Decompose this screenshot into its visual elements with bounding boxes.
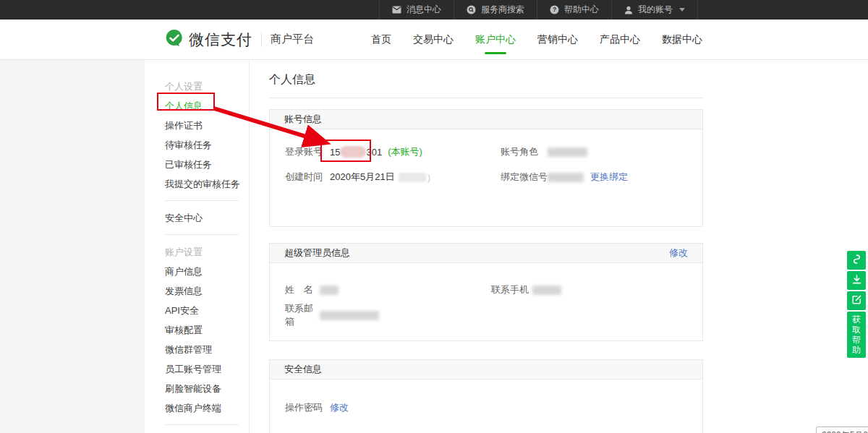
sidebar-item-wechat-merchant-terminal[interactable]: 微信商户终端 bbox=[165, 398, 249, 418]
main-nav: 首页 交易中心 账户中心 营销中心 产品中心 数据中心 bbox=[367, 20, 707, 59]
security-info-card-title: 安全信息 bbox=[284, 360, 322, 379]
hotline-button[interactable] bbox=[847, 251, 866, 270]
sidebar-item-api-security[interactable]: API安全 bbox=[165, 301, 249, 320]
super-admin-card-title: 超级管理员信息 bbox=[284, 244, 350, 262]
floating-help-panel: 获取帮助 bbox=[847, 251, 866, 358]
brand[interactable]: 微信支付 商户平台 bbox=[165, 20, 314, 59]
login-account-value: 15 301 (本账号) bbox=[330, 145, 422, 158]
date-tooltip: 2020年5月22日 bbox=[816, 426, 868, 433]
brand-divider bbox=[261, 33, 262, 47]
sidebar-item-staff-account-management[interactable]: 员工账号管理 bbox=[165, 359, 249, 379]
topbar: 消息中心 服务商搜索 ? 帮助中心 我的账号 bbox=[0, 0, 868, 20]
mail-icon bbox=[392, 6, 401, 14]
sidebar-item-merchant-info[interactable]: 商户信息 bbox=[165, 262, 249, 281]
sidebar-divider bbox=[165, 234, 239, 235]
sidebar-item-wechat-group-management[interactable]: 微信群管理 bbox=[165, 340, 249, 359]
account-role-redacted bbox=[548, 147, 587, 157]
sidebar-item-invoice-info[interactable]: 发票信息 bbox=[165, 281, 249, 301]
sidebar-divider bbox=[165, 200, 239, 201]
sidebar-item-operation-certificate[interactable]: 操作证书 bbox=[165, 116, 249, 135]
super-admin-card-header: 超级管理员信息 修改 bbox=[270, 244, 702, 263]
account-info-card-header: 账号信息 bbox=[270, 110, 702, 129]
operation-password-label: 操作密码 bbox=[285, 401, 330, 414]
admin-name-label: 姓 名 bbox=[285, 283, 320, 296]
change-binding-link[interactable]: 更换绑定 bbox=[590, 171, 628, 184]
feedback-button[interactable] bbox=[847, 291, 866, 310]
super-admin-card: 超级管理员信息 修改 姓 名 联系手机 联系邮箱 bbox=[269, 243, 703, 341]
topbar-item-provider-search[interactable]: 服务商搜索 bbox=[454, 0, 537, 20]
topbar-item-messages[interactable]: 消息中心 bbox=[379, 0, 454, 20]
edit-icon bbox=[851, 294, 862, 308]
bound-wechat-redacted bbox=[548, 173, 584, 182]
svg-text:?: ? bbox=[553, 6, 556, 13]
account-info-card-body: 登录账号 15 301 (本账号) 账号角色 创建时间 bbox=[270, 129, 702, 226]
search-icon bbox=[467, 5, 476, 14]
topbar-item-label: 帮助中心 bbox=[564, 4, 599, 16]
nav-home[interactable]: 首页 bbox=[367, 20, 396, 59]
sidebar-item-security-center[interactable]: 安全中心 bbox=[165, 208, 249, 228]
sidebar-item-review-config[interactable]: 审核配置 bbox=[165, 320, 249, 340]
brand-portal: 商户平台 bbox=[271, 33, 314, 46]
admin-email-label: 联系邮箱 bbox=[285, 302, 320, 328]
account-role-label: 账号角色 bbox=[501, 145, 548, 158]
login-account-redacted bbox=[340, 146, 366, 158]
chevron-down-icon bbox=[679, 8, 685, 12]
hotline-icon bbox=[851, 254, 862, 267]
account-info-card: 账号信息 登录账号 15 301 (本账号) 账号角色 bbox=[269, 109, 703, 227]
left-gray-strip bbox=[0, 60, 145, 433]
help-icon: ? bbox=[550, 5, 559, 14]
topbar-item-my-account[interactable]: 我的账号 bbox=[611, 0, 698, 20]
sidebar: 个人设置 个人信息 操作证书 待审核任务 已审核任务 我提交的审核任务 安全中心… bbox=[145, 60, 250, 433]
account-info-card-title: 账号信息 bbox=[284, 110, 322, 129]
sidebar-group-personal-settings: 个人设置 bbox=[165, 77, 249, 96]
sidebar-group-account-settings: 账户设置 bbox=[165, 242, 249, 262]
security-info-card-header: 安全信息 bbox=[270, 360, 702, 380]
get-help-button[interactable]: 获取帮助 bbox=[847, 312, 866, 358]
created-paren: ) bbox=[427, 172, 430, 183]
login-account-suffix: 301 bbox=[366, 147, 382, 158]
admin-email-redacted bbox=[320, 311, 379, 320]
nav-marketing-center[interactable]: 营销中心 bbox=[533, 20, 582, 59]
main-content: 个人信息 账号信息 登录账号 15 301 (本账号) 账号角色 bbox=[269, 60, 703, 433]
topbar-item-label: 消息中心 bbox=[407, 4, 441, 16]
nav-account-center[interactable]: 账户中心 bbox=[471, 20, 520, 59]
security-info-card: 安全信息 操作密码 修改 预留信息 未设置 修改 预留信息是由你自己设置的一段文… bbox=[269, 359, 703, 433]
super-admin-card-body: 姓 名 联系手机 联系邮箱 bbox=[270, 263, 702, 340]
topbar-item-help[interactable]: ? 帮助中心 bbox=[537, 0, 611, 20]
admin-phone-label: 联系手机 bbox=[491, 283, 532, 296]
wechat-pay-logo-icon bbox=[165, 29, 184, 51]
nav-data-center[interactable]: 数据中心 bbox=[658, 20, 707, 59]
login-account-label: 登录账号 bbox=[285, 145, 330, 158]
admin-phone-redacted bbox=[532, 286, 561, 295]
created-time-label: 创建时间 bbox=[285, 171, 330, 184]
brand-name: 微信支付 bbox=[189, 30, 252, 50]
current-account-badge: (本账号) bbox=[388, 145, 422, 158]
created-date: 2020年5月21日 bbox=[330, 171, 395, 184]
topbar-item-label: 我的账号 bbox=[638, 4, 673, 16]
get-help-label: 获取帮助 bbox=[852, 314, 861, 355]
sidebar-item-reviewed-tasks[interactable]: 已审核任务 bbox=[165, 155, 249, 174]
header: 微信支付 商户平台 首页 交易中心 账户中心 营销中心 产品中心 数据中心 bbox=[0, 20, 868, 60]
sidebar-item-face-smart-device[interactable]: 刷脸智能设备 bbox=[165, 379, 249, 398]
topbar-item-label: 服务商搜索 bbox=[481, 4, 524, 16]
download-button[interactable] bbox=[847, 271, 866, 290]
login-account-prefix: 15 bbox=[330, 147, 340, 158]
operation-password-edit-link[interactable]: 修改 bbox=[330, 401, 349, 414]
sidebar-item-pending-review-tasks[interactable]: 待审核任务 bbox=[165, 135, 249, 155]
admin-name-redacted bbox=[320, 286, 339, 295]
nav-product-center[interactable]: 产品中心 bbox=[595, 20, 644, 59]
bound-wechat-label: 绑定微信号 bbox=[501, 171, 548, 184]
title-divider bbox=[269, 98, 703, 98]
security-info-card-body: 操作密码 修改 预留信息 未设置 修改 预留信息是由你自己设置的一段文字，用来鉴… bbox=[270, 380, 702, 433]
sidebar-item-my-submitted-review-tasks[interactable]: 我提交的审核任务 bbox=[165, 174, 249, 194]
download-icon bbox=[851, 274, 862, 288]
sidebar-item-personal-info[interactable]: 个人信息 bbox=[165, 96, 249, 116]
created-time-redacted bbox=[399, 173, 426, 182]
page-title: 个人信息 bbox=[269, 72, 703, 87]
user-icon bbox=[624, 6, 633, 14]
super-admin-edit-link[interactable]: 修改 bbox=[669, 244, 688, 262]
nav-transaction-center[interactable]: 交易中心 bbox=[409, 20, 458, 59]
created-time-value: 2020年5月21日 ) bbox=[330, 171, 430, 184]
sidebar-divider bbox=[165, 424, 239, 425]
